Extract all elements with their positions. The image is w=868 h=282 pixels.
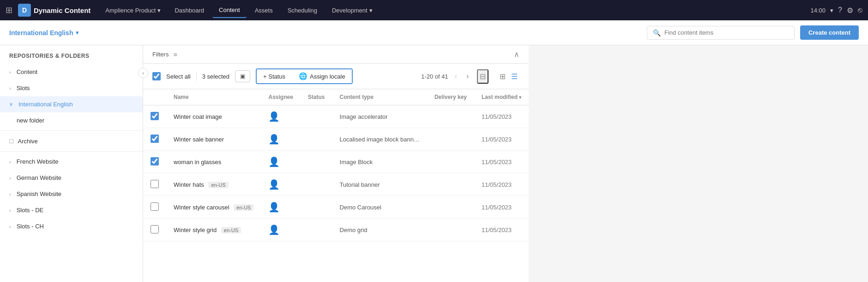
table-row: Winter coat image 👤 Image accelerator 11… bbox=[143, 105, 529, 128]
row-5-assignee-icon: 👤 bbox=[268, 202, 280, 212]
row-2-content-type: Localised image block bann… bbox=[340, 136, 420, 143]
nav-content[interactable]: Content bbox=[212, 3, 247, 18]
row-6-locale-tag: en-US bbox=[221, 227, 241, 233]
row-4-checkbox-cell bbox=[143, 173, 166, 196]
th-last-modified: Last modified ▾ bbox=[474, 89, 529, 105]
row-1-delivery-key-cell bbox=[427, 105, 474, 128]
sidebar-divider-1 bbox=[0, 130, 143, 131]
nav-development[interactable]: Development ▾ bbox=[326, 3, 379, 18]
brand: D Dynamic Content bbox=[18, 4, 90, 17]
row-2-name[interactable]: Winter sale banner bbox=[174, 136, 224, 143]
sidebar-item-german-label: German Website bbox=[17, 174, 61, 181]
grid-view-button[interactable]: ⊞ bbox=[498, 70, 507, 83]
row-6-checkbox[interactable] bbox=[151, 225, 159, 233]
row-4-assignee-cell: 👤 bbox=[261, 173, 300, 196]
locale-selector[interactable]: International English ▾ bbox=[9, 29, 78, 37]
create-content-button[interactable]: Create content bbox=[800, 25, 859, 40]
row-3-last-modified-cell: 11/05/2023 bbox=[474, 151, 529, 173]
sidebar-item-spanish-website[interactable]: › Spanish Website bbox=[0, 186, 143, 202]
filter-view-button[interactable]: ⊟ bbox=[477, 69, 488, 84]
sidebar-item-slots-de[interactable]: › Slots - DE bbox=[0, 202, 143, 218]
row-1-checkbox-cell bbox=[143, 105, 166, 128]
hub-label: Amplience Product bbox=[105, 7, 156, 14]
search-input[interactable] bbox=[664, 29, 789, 36]
deselect-button[interactable]: ▣ bbox=[235, 70, 250, 82]
row-5-checkbox[interactable] bbox=[151, 202, 159, 211]
status-button-label: + Status bbox=[263, 73, 285, 80]
content-table: Name Assignee Status Content type Delive… bbox=[143, 89, 529, 282]
top-nav: ⊞ D Dynamic Content Amplience Product ▾ … bbox=[0, 0, 868, 20]
sidebar-item-new-folder-label: new folder bbox=[17, 117, 44, 124]
chevron-right-icon: › bbox=[9, 224, 11, 229]
hub-arrow-icon: ▾ bbox=[157, 7, 161, 14]
sidebar-item-new-folder[interactable]: new folder bbox=[0, 112, 143, 129]
hub-selector[interactable]: Amplience Product ▾ bbox=[102, 5, 164, 16]
row-2-last-modified: 11/05/2023 bbox=[482, 136, 512, 143]
row-5-last-modified: 11/05/2023 bbox=[482, 204, 512, 211]
row-4-last-modified: 11/05/2023 bbox=[482, 181, 512, 188]
collapse-filters-icon[interactable]: ∧ bbox=[514, 50, 519, 59]
nav-assets[interactable]: Assets bbox=[248, 3, 279, 18]
select-all-label[interactable]: Select all bbox=[166, 73, 191, 80]
select-all-checkbox[interactable] bbox=[152, 72, 161, 80]
sidebar-collapse-button[interactable]: ‹ bbox=[138, 68, 148, 78]
sidebar-item-international-english[interactable]: ∨ International English bbox=[0, 96, 143, 112]
table-row: Winter style carousel en-US 👤 Demo Carou… bbox=[143, 196, 529, 219]
row-2-checkbox[interactable] bbox=[151, 135, 159, 143]
assign-locale-button[interactable]: 🌐 Assign locale bbox=[292, 69, 352, 83]
sidebar-item-slots-de-label: Slots - DE bbox=[17, 207, 44, 214]
row-6-assignee-icon: 👤 bbox=[268, 225, 280, 235]
status-button[interactable]: + Status bbox=[257, 70, 292, 83]
sidebar-item-french-website[interactable]: › French Website bbox=[0, 153, 143, 170]
row-4-name-cell: Winter hats en-US bbox=[166, 173, 261, 196]
row-1-name[interactable]: Winter coat image bbox=[174, 113, 222, 120]
sidebar-item-intl-english-label: International English bbox=[18, 101, 73, 108]
filter-icon[interactable]: ≡ bbox=[173, 51, 177, 58]
nav-scheduling[interactable]: Scheduling bbox=[281, 3, 324, 18]
row-1-content-type-cell: Image accelerator bbox=[332, 105, 427, 128]
row-4-name[interactable]: Winter hats bbox=[174, 181, 204, 188]
filters-label: Filters bbox=[152, 51, 169, 58]
search-bar[interactable]: 🔍 bbox=[647, 26, 795, 40]
sub-header: International English ▾ 🔍 Create content bbox=[0, 20, 868, 45]
row-4-checkbox[interactable] bbox=[151, 180, 159, 188]
row-2-name-cell: Winter sale banner bbox=[166, 128, 261, 151]
row-5-checkbox-cell bbox=[143, 196, 166, 219]
row-1-name-cell: Winter coat image bbox=[166, 105, 261, 128]
row-3-content-type-cell: Image Block bbox=[332, 151, 427, 173]
th-delivery-key: Delivery key bbox=[427, 89, 474, 105]
row-3-assignee-cell: 👤 bbox=[261, 151, 300, 173]
sidebar-header: Repositories & folders bbox=[0, 45, 143, 64]
sidebar-item-archive[interactable]: □ Archive bbox=[0, 133, 143, 149]
next-page-button[interactable]: › bbox=[464, 71, 471, 81]
row-6-name[interactable]: Winter style grid bbox=[174, 227, 217, 233]
toolbar-divider-1 bbox=[196, 72, 197, 81]
action-buttons-group: + Status 🌐 Assign locale bbox=[256, 68, 353, 84]
table-row: Winter sale banner 👤 Localised image blo… bbox=[143, 128, 529, 151]
row-1-assignee-cell: 👤 bbox=[261, 105, 300, 128]
logout-icon[interactable]: ⎋ bbox=[858, 6, 862, 14]
row-2-status-cell bbox=[301, 128, 332, 151]
row-3-name[interactable]: woman in glasses bbox=[174, 159, 221, 166]
sidebar-item-slots-ch[interactable]: › Slots - CH bbox=[0, 218, 143, 234]
table-row: woman in glasses 👤 Image Block 11/05/202… bbox=[143, 151, 529, 173]
row-6-status-cell bbox=[301, 219, 332, 241]
row-5-name-cell: Winter style carousel en-US bbox=[166, 196, 261, 219]
sidebar-item-content[interactable]: › Content bbox=[0, 64, 143, 80]
list-view-button[interactable]: ☰ bbox=[509, 70, 519, 83]
row-3-checkbox[interactable] bbox=[151, 157, 159, 166]
sidebar-item-german-website[interactable]: › German Website bbox=[0, 170, 143, 186]
nav-dashboard[interactable]: Dashboard bbox=[168, 3, 211, 18]
row-1-status-cell bbox=[301, 105, 332, 128]
clock-arrow-icon[interactable]: ▾ bbox=[830, 7, 833, 14]
sidebar: Repositories & folders › Content › Slots… bbox=[0, 45, 143, 282]
filters-bar: Filters ≡ ∧ bbox=[143, 45, 529, 64]
row-1-checkbox[interactable] bbox=[151, 112, 159, 120]
row-5-name[interactable]: Winter style carousel bbox=[174, 204, 229, 211]
prev-page-button[interactable]: ‹ bbox=[452, 71, 460, 81]
pagination-info: 1-20 of 41 bbox=[421, 73, 448, 80]
sidebar-item-slots[interactable]: › Slots bbox=[0, 80, 143, 96]
help-icon[interactable]: ? bbox=[838, 6, 842, 14]
settings-icon[interactable]: ⚙ bbox=[847, 6, 853, 15]
apps-icon[interactable]: ⊞ bbox=[6, 5, 12, 15]
